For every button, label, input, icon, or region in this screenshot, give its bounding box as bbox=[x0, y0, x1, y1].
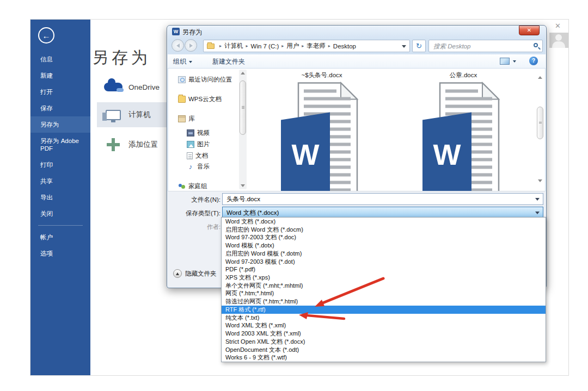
place-computer-label: 计算机 bbox=[128, 110, 151, 120]
nav-item-recent-places[interactable]: 最近访问的位置 bbox=[168, 75, 239, 84]
search-input[interactable]: 搜索 Desktop bbox=[428, 40, 543, 52]
breadcrumb-dropdown-icon[interactable] bbox=[402, 45, 406, 48]
organize-button[interactable]: 组织 bbox=[173, 57, 192, 66]
chevron-down-icon[interactable] bbox=[535, 198, 540, 201]
filetype-option[interactable]: 单个文件网页 (*.mht;*.mhtml) bbox=[222, 282, 546, 290]
word-app-icon: W bbox=[172, 28, 180, 35]
dialog-toolbar: 组织 新建文件夹 ? bbox=[168, 54, 546, 69]
chevron-down-icon bbox=[513, 60, 516, 63]
sidebar-item-save-as-adobe-pdf[interactable]: 另存为 Adobe PDF bbox=[30, 133, 90, 157]
scroll-down-icon[interactable] bbox=[241, 184, 245, 187]
back-arrow-icon: ← bbox=[42, 31, 51, 40]
filetype-option[interactable]: Word 97-2003 文档 (*.doc) bbox=[222, 233, 546, 241]
new-folder-button[interactable]: 新建文件夹 bbox=[212, 57, 245, 66]
breadcrumb[interactable]: ▸ 计算机 ▸ Win 7 (C:) ▸ 用户 ▸ 李老师 ▸ Desktop bbox=[203, 40, 410, 52]
navigation-pane: 最近访问的位置 WPS云文档 库 视频 图片 文档 ♪音乐 家庭组 bbox=[168, 69, 239, 191]
sidebar-item-open[interactable]: 打开 bbox=[30, 84, 90, 100]
help-button[interactable]: ? bbox=[529, 57, 538, 65]
nav-item-wps-cloud[interactable]: WPS云文档 bbox=[168, 95, 239, 103]
nav-scrollbar[interactable] bbox=[239, 70, 247, 189]
file-list-scrollbar-thumb[interactable] bbox=[537, 107, 543, 139]
change-view-button[interactable] bbox=[500, 57, 516, 66]
filetype-option[interactable]: OpenDocument 文本 (*.odt) bbox=[222, 346, 546, 354]
sidebar-item-new[interactable]: 新建 bbox=[30, 67, 90, 84]
filetype-option[interactable]: XPS 文档 (*.xps) bbox=[222, 274, 546, 282]
nav-item-music[interactable]: ♪音乐 bbox=[168, 162, 239, 171]
crumb-separator-icon: ▸ bbox=[279, 44, 286, 48]
filetype-option[interactable]: 网页 (*.htm;*.html) bbox=[222, 289, 546, 297]
filename-label: 文件名(N): bbox=[168, 196, 220, 204]
breadcrumb-item-user[interactable]: 李老师 bbox=[307, 42, 326, 50]
sidebar-item-export[interactable]: 导出 bbox=[30, 189, 90, 206]
sidebar-item-info[interactable]: 信息 bbox=[30, 51, 90, 67]
breadcrumb-item-users[interactable]: 用户 bbox=[286, 42, 299, 50]
chevron-down-icon bbox=[189, 61, 192, 63]
filetype-option[interactable]: 启用宏的 Word 文档 (*.docm) bbox=[222, 226, 546, 234]
add-place-plus-icon bbox=[102, 138, 124, 151]
filetype-option[interactable]: Strict Open XML 文档 (*.docx) bbox=[222, 338, 546, 346]
chevron-down-icon[interactable] bbox=[535, 212, 540, 214]
breadcrumb-item-desktop[interactable]: Desktop bbox=[333, 43, 356, 49]
backstage-back-button[interactable]: ← bbox=[38, 27, 54, 44]
word-document-icon: W bbox=[422, 82, 504, 191]
dialog-titlebar[interactable]: W 另存为 ✕ bbox=[167, 26, 546, 38]
breadcrumb-item-computer[interactable]: 计算机 bbox=[224, 42, 243, 50]
user-avatar[interactable] bbox=[549, 33, 568, 48]
nav-item-videos[interactable]: 视频 bbox=[168, 128, 239, 137]
filetype-dropdown-list: Word 文档 (*.docx) 启用宏的 Word 文档 (*.docm) W… bbox=[221, 217, 546, 362]
nav-scrollbar-thumb[interactable] bbox=[240, 80, 246, 135]
crumb-separator-icon: ▸ bbox=[299, 44, 307, 48]
filetype-option[interactable]: Works 6 - 9 文档 (*.wtf) bbox=[222, 353, 546, 362]
nav-item-libraries[interactable]: 库 bbox=[168, 114, 239, 123]
refresh-button[interactable]: ↻ bbox=[412, 40, 426, 52]
sidebar-item-options[interactable]: 选项 bbox=[30, 245, 90, 262]
folder-icon bbox=[207, 44, 215, 49]
sidebar-item-save[interactable]: 保存 bbox=[30, 100, 90, 116]
dialog-title: 另存为 bbox=[182, 28, 202, 37]
folder-icon bbox=[178, 96, 186, 103]
author-label: 作者: bbox=[168, 223, 220, 231]
window-close-icon[interactable]: ✕ bbox=[555, 22, 561, 30]
scroll-up-icon[interactable] bbox=[241, 72, 245, 75]
dialog-close-button[interactable]: ✕ bbox=[519, 26, 540, 35]
address-bar-row: ▸ 计算机 ▸ Win 7 (C:) ▸ 用户 ▸ 李老师 ▸ Desktop … bbox=[167, 38, 546, 54]
filename-input[interactable]: 头条号.docx bbox=[222, 193, 543, 205]
hide-folders-button[interactable]: 隐藏文件夹 bbox=[173, 269, 217, 278]
sidebar-item-save-as[interactable]: 另存为 bbox=[30, 116, 90, 133]
sidebar-divider bbox=[38, 225, 83, 226]
scroll-down-icon[interactable] bbox=[538, 179, 542, 182]
recent-places-icon bbox=[178, 76, 186, 83]
filetype-option-txt[interactable]: 纯文本 (*.txt) bbox=[222, 314, 546, 322]
backstage-sidebar: ← 信息 新建 打开 保存 另存为 另存为 Adobe PDF 打印 共享 导出… bbox=[30, 20, 90, 375]
filetype-option[interactable]: Word 模板 (*.dotx) bbox=[222, 241, 546, 250]
scroll-up-icon[interactable] bbox=[538, 76, 542, 79]
avatar-head bbox=[555, 34, 562, 41]
nav-item-homegroup[interactable]: 家庭组 bbox=[168, 182, 239, 190]
filename-value: 头条号.docx bbox=[226, 196, 260, 202]
nav-item-documents[interactable]: 文档 bbox=[168, 151, 239, 160]
back-button[interactable] bbox=[171, 39, 184, 52]
filetype-option[interactable]: 筛选过的网页 (*.htm;*.html) bbox=[222, 297, 546, 306]
filetype-option-rtf-selected[interactable]: RTF 格式 (*.rtf) bbox=[222, 306, 546, 314]
file-name-label[interactable]: ~$头条号.docx bbox=[281, 71, 363, 79]
place-add-label: 添加位置 bbox=[128, 140, 158, 150]
sidebar-item-account[interactable]: 帐户 bbox=[30, 229, 90, 245]
filetype-option[interactable]: PDF (*.pdf) bbox=[222, 265, 546, 274]
documents-icon bbox=[187, 152, 193, 159]
file-name-label[interactable]: 公章.docx bbox=[422, 71, 504, 79]
filetype-option[interactable]: Word 97-2003 模板 (*.dot) bbox=[222, 258, 546, 266]
filetype-option[interactable]: Word 2003 XML 文档 (*.xml) bbox=[222, 330, 546, 338]
forward-button[interactable] bbox=[185, 39, 197, 52]
filetype-option[interactable]: Word XML 文档 (*.xml) bbox=[222, 321, 546, 330]
file-list-scrollbar[interactable] bbox=[536, 69, 544, 191]
nav-item-pictures[interactable]: 图片 bbox=[168, 140, 239, 148]
word-logo-letter: W bbox=[292, 138, 320, 171]
sidebar-item-print[interactable]: 打印 bbox=[30, 157, 90, 173]
filetype-option[interactable]: Word 文档 (*.docx) bbox=[222, 218, 546, 226]
sidebar-item-share[interactable]: 共享 bbox=[30, 173, 90, 189]
word-document-icon: W bbox=[281, 82, 363, 191]
sidebar-item-close[interactable]: 关闭 bbox=[30, 206, 90, 222]
back-icon bbox=[176, 44, 180, 48]
filetype-option[interactable]: 启用宏的 Word 模板 (*.dotm) bbox=[222, 250, 546, 258]
breadcrumb-item-drive[interactable]: Win 7 (C:) bbox=[251, 43, 279, 49]
